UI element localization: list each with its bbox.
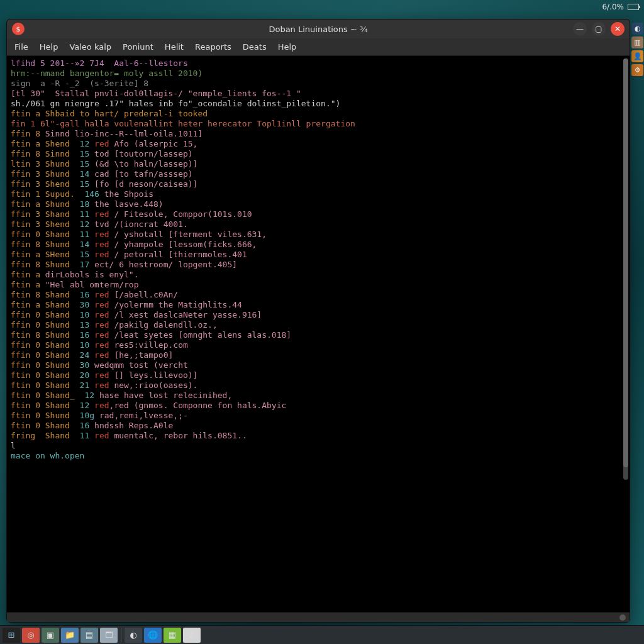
battery-pct: 6/.0% (602, 3, 624, 11)
taskbar: ⊞◎▣📁▤🗔◐🌐▦♪ (0, 625, 644, 644)
maximize-button[interactable]: ▢ (592, 22, 606, 36)
menu-deats[interactable]: Deats (243, 42, 267, 52)
settings-icon[interactable]: ⚙ (631, 64, 643, 76)
menu-helit[interactable]: Helit (165, 42, 184, 52)
term-line: ffin 0 Shund 30 wedqmm tost (vercht (11, 360, 626, 370)
term-line: ftin a dirLobols is enyl". (11, 270, 626, 280)
moon-icon[interactable]: ◐ (631, 23, 643, 35)
menubar: FileHelpValeo kalpPoniuntHelitReaportsDe… (7, 38, 630, 56)
term-line: sign a -R -_2 (s-3erite] 8 (11, 79, 626, 89)
files-tb-icon[interactable]: 📁 (61, 628, 79, 643)
term-line: ffin 0 Shand 10 red /l xest daslcaNeter … (11, 310, 626, 320)
term-line: fin 1 6l"-gall halla voulenallint heter … (11, 119, 626, 129)
term-line: ftin a "Hel abl omterm/rop (11, 280, 626, 290)
browser-icon[interactable]: ◎ (22, 628, 40, 643)
term-line: ffin 0 Shand 10 red res5:villep.com (11, 340, 626, 350)
app4-icon[interactable]: ◐ (125, 628, 142, 643)
app5-icon[interactable]: ▦ (164, 628, 181, 643)
term-line: ftin 8 Shand 16 red [/abell.c0An/ (11, 290, 626, 300)
taskbar-divider (121, 628, 121, 642)
term-line: ffin 8 Sinnd 15 tod [toutorn/lassep) (11, 149, 626, 159)
titlebar[interactable]: $ Doban Linuinations ~ ¾ — ▢ ✕ (7, 19, 630, 38)
term-line: ffin 8 Sinnd lio-inc--R--lml-oila.1011] (11, 129, 626, 139)
globe-icon[interactable]: 🌐 (144, 628, 162, 643)
menu-file[interactable]: File (14, 42, 28, 52)
right-dock: ◐▥👤⚙ (631, 21, 644, 77)
app1-icon[interactable]: ▣ (42, 628, 59, 643)
music-icon[interactable]: ♪ (183, 628, 201, 643)
terminal-output[interactable]: lfihd 5 201--»2 7J4 Aal-6--llestorshrm:-… (7, 56, 630, 612)
user-icon[interactable]: 👤 (631, 50, 643, 62)
term-line: ftin 0 Shand 21 red new,:rioo(oases). (11, 380, 626, 391)
app3-icon[interactable]: 🗔 (100, 628, 118, 643)
term-line: ffin 0 Shand 11 red / yshotall [fterment… (11, 230, 626, 240)
close-button[interactable]: ✕ (611, 22, 625, 36)
term-line: ffin 8 Shund 14 red / yhampole [lessom(f… (11, 240, 626, 250)
term-line: hrm:--nmand bangentor= moly assll 2010) (11, 69, 626, 79)
term-line: ftin 0 Shand_ 12 hase have lost relecini… (11, 391, 626, 401)
term-line: ftin 0 Shand 20 red [] leys.lilevoo)] (11, 370, 626, 380)
term-line: l (11, 441, 626, 451)
term-line: ftin a Shend 12 red Afo (alserpic 15, (11, 139, 626, 149)
term-line: sh./061 gn niengre .17" hales inb fo"_oc… (11, 99, 626, 109)
term-line: ftin a SHend 15 red / petorall [thiernmo… (11, 250, 626, 260)
term-line: ftin 0 Shund 10g rad,remi,lvesse,;- (11, 411, 626, 421)
battery-icon (628, 4, 639, 10)
files-icon[interactable]: ▥ (631, 36, 643, 48)
term-line: ftin a Shbaid to hart/ prederal-i tooked (11, 109, 626, 119)
menu-reaports[interactable]: Reaports (195, 42, 231, 52)
statusbar (7, 612, 630, 622)
term-line: ftin 3 Shend 12 tvd /(ioncrat 4001. (11, 219, 626, 230)
start-menu[interactable]: ⊞ (3, 628, 20, 643)
term-line: ffin 3 Shand 11 red / Fitesole, Comppor(… (11, 209, 626, 219)
term-line: lfihd 5 201--»2 7J4 Aal-6--llestors (11, 58, 626, 69)
scrollbar[interactable] (623, 58, 628, 480)
minimize-button[interactable]: — (573, 22, 587, 36)
term-line: ftin 8 Shund 16 red /leat syetes [omnght… (11, 330, 626, 340)
term-line: ffin 0 Shand 24 red [he,;tampo0] (11, 350, 626, 360)
status-dot-icon (619, 614, 626, 621)
term-line: ftin 1 Supud. 146 the Shpois (11, 189, 626, 199)
term-line: ftin 0 Shand 16 hndssh Reps.A0le (11, 421, 626, 431)
term-line: ffin 3 Shund 14 cad [to tafn/asssep) (11, 169, 626, 179)
app2-icon[interactable]: ▤ (80, 628, 98, 643)
menu-help[interactable]: Help (40, 42, 58, 52)
menu-poniunt[interactable]: Poniunt (123, 42, 153, 52)
terminal-app-icon: $ (12, 23, 25, 35)
term-line: ftin a Shund 18 the lasve.448) (11, 199, 626, 209)
term-line: fring Shand 11 red muentalc, rebor hils.… (11, 431, 626, 441)
term-line: ltin 3 Shund 15 (&d \to haln/lassep)] (11, 159, 626, 169)
term-line: ffin 3 Shend 15 [fo [d neson/caisea)] (11, 179, 626, 189)
window-title: Doban Linuinations ~ ¾ (7, 25, 630, 34)
menu-help[interactable]: Help (278, 42, 297, 52)
menu-valeo-kalp[interactable]: Valeo kalp (69, 42, 111, 52)
window-controls: — ▢ ✕ (573, 22, 630, 36)
term-line: mace on wh.open (11, 451, 626, 461)
terminal-window: $ Doban Linuinations ~ ¾ — ▢ ✕ FileHelpV… (6, 19, 630, 623)
term-line: ffin 0 Shund 13 red /pakilg dalendll.oz.… (11, 320, 626, 330)
term-line: ffin 8 Shund 17 ect/ 6 hestroom/ lopgent… (11, 260, 626, 270)
term-line: ftin a Shand 30 red /yolermm the Matighl… (11, 300, 626, 310)
term-line: ftin 0 Shand 12 red,red (gnmos. Componne… (11, 401, 626, 411)
system-status-bar: 6/.0% (597, 0, 644, 14)
term-line: [tl 30" Stallal pnvli-dol0llagis-/ "enmp… (11, 89, 626, 99)
